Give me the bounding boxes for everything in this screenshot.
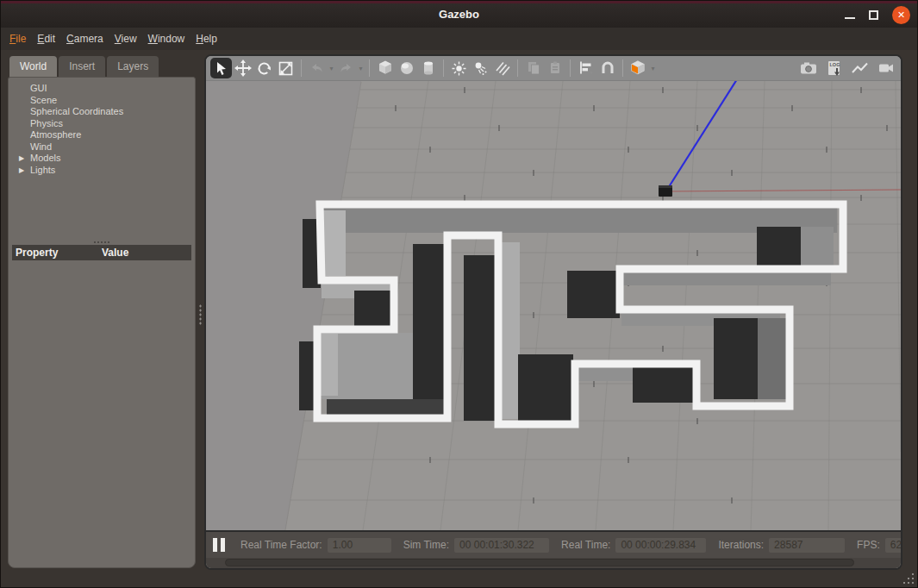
menubar: File Edit Camera View Window Help — [1, 28, 917, 50]
iterations-label: Iterations: — [718, 539, 764, 551]
tree-item-models[interactable]: ▶Models — [9, 153, 195, 165]
paste-button[interactable] — [544, 58, 565, 78]
tree-item-gui[interactable]: GUI — [9, 83, 195, 95]
undo-history-dropdown[interactable]: ▾ — [328, 58, 335, 78]
property-table-header: Property Value — [12, 245, 191, 260]
real-time-factor-value: 1.00 — [328, 538, 391, 553]
toolbar-separator — [570, 59, 571, 77]
tree-item-scene[interactable]: Scene — [9, 95, 195, 107]
expander-icon[interactable]: ▶ — [19, 153, 24, 165]
window-title: Gazebo — [1, 3, 917, 28]
real-time-field: Real Time: 00 00:00:29.834 — [549, 538, 706, 553]
view-angle-dropdown[interactable]: ▾ — [649, 58, 657, 78]
property-column-header: Property — [12, 247, 102, 259]
menu-help[interactable]: Help — [196, 33, 217, 45]
menu-edit[interactable]: Edit — [37, 33, 55, 45]
select-tool-button[interactable] — [210, 58, 232, 78]
sim-time-label: Sim Time: — [403, 539, 449, 551]
undo-button[interactable] — [306, 58, 328, 78]
render-canvas[interactable] — [206, 81, 901, 530]
toolbar-separator — [517, 59, 518, 77]
snap-tool-button[interactable] — [596, 58, 618, 78]
gazebo-window: Gazebo ✕ File Edit Camera View Window He… — [0, 0, 918, 588]
menu-file[interactable]: File — [9, 33, 26, 45]
toolbar-separator — [369, 59, 370, 77]
insert-sphere-button[interactable] — [396, 58, 417, 78]
vertical-splitter-handle[interactable] — [197, 304, 203, 325]
fps-value: 62.25 — [885, 538, 902, 553]
real-time-label: Real Time: — [561, 539, 610, 551]
rotate-tool-button[interactable] — [253, 58, 275, 78]
plot-button[interactable] — [849, 58, 871, 78]
panel-tabs: World Insert Layers — [9, 56, 159, 77]
tree-item-atmosphere[interactable]: Atmosphere — [9, 129, 195, 141]
robot-box[interactable] — [659, 185, 672, 197]
real-time-value: 00 00:00:29.834 — [615, 538, 706, 553]
value-column-header: Value — [102, 247, 128, 259]
iterations-value: 28587 — [769, 538, 845, 553]
toolbar-separator — [622, 59, 623, 77]
video-recording-button[interactable] — [875, 58, 896, 78]
real-time-factor-field: Real Time Factor: 1.00 — [228, 538, 391, 553]
menu-view[interactable]: View — [115, 33, 137, 45]
iterations-field: Iterations: 28587 — [706, 538, 845, 553]
toolbar-separator — [443, 59, 444, 77]
tree-item-spherical-coordinates[interactable]: Spherical Coordinates — [9, 106, 195, 118]
insert-box-button[interactable] — [374, 58, 396, 78]
world-panel-body: GUI Scene Spherical Coordinates Physics … — [8, 77, 196, 568]
align-tool-button[interactable] — [575, 58, 596, 78]
insert-cylinder-button[interactable] — [417, 58, 439, 78]
real-time-factor-label: Real Time Factor: — [240, 539, 322, 551]
redo-button[interactable] — [335, 58, 357, 78]
menu-camera[interactable]: Camera — [66, 33, 103, 45]
tree-item-physics[interactable]: Physics — [9, 118, 195, 130]
toolbar-separator — [301, 59, 302, 77]
viewport-toolbar: ▾ ▾ — [206, 56, 901, 81]
render-viewport-widget: ▾ ▾ — [204, 54, 902, 570]
spot-light-button[interactable] — [470, 58, 491, 78]
point-light-button[interactable] — [448, 58, 470, 78]
change-view-angle-button[interactable] — [628, 58, 649, 78]
copy-button[interactable] — [522, 58, 544, 78]
scene-3d[interactable] — [206, 81, 901, 530]
tree-item-wind[interactable]: Wind — [9, 141, 195, 153]
log-recording-button[interactable]: LOG — [823, 58, 845, 78]
directional-light-button[interactable] — [491, 58, 513, 78]
sim-time-value: 00 00:01:30.322 — [454, 538, 549, 553]
pause-button[interactable] — [213, 538, 225, 552]
left-panel: World Insert Layers GUI Scene Spherical … — [8, 56, 196, 568]
scale-tool-button[interactable] — [275, 58, 297, 78]
sim-time-field: Sim Time: 00 00:01:30.322 — [391, 538, 549, 553]
expander-icon[interactable]: ▶ — [19, 165, 24, 177]
hscrollbar-thumb[interactable] — [225, 559, 854, 566]
simulation-statusbar: Real Time Factor: 1.00 Sim Time: 00 00:0… — [206, 530, 901, 558]
svg-text:LOG: LOG — [829, 62, 840, 67]
close-button[interactable]: ✕ — [892, 6, 910, 24]
world-tree: GUI Scene Spherical Coordinates Physics … — [9, 78, 195, 176]
resize-grip[interactable] — [902, 572, 915, 585]
tab-insert[interactable]: Insert — [59, 56, 105, 77]
tab-world[interactable]: World — [9, 56, 57, 77]
horizontal-splitter-handle[interactable] — [92, 240, 111, 244]
titlebar[interactable]: Gazebo ✕ — [1, 1, 917, 28]
tab-layers[interactable]: Layers — [107, 56, 159, 77]
maximize-button[interactable] — [869, 10, 878, 20]
fps-field: FPS: 62.25 — [845, 538, 902, 553]
minimize-button[interactable] — [845, 17, 855, 19]
translate-tool-button[interactable] — [232, 58, 253, 78]
screenshot-button[interactable] — [797, 58, 819, 78]
menu-window[interactable]: Window — [148, 33, 185, 45]
property-table-empty-area — [12, 260, 191, 562]
fps-label: FPS: — [857, 539, 880, 551]
redo-history-dropdown[interactable]: ▾ — [357, 58, 365, 78]
tree-item-lights[interactable]: ▶Lights — [9, 165, 195, 177]
viewport-hscrollbar[interactable] — [206, 558, 901, 568]
